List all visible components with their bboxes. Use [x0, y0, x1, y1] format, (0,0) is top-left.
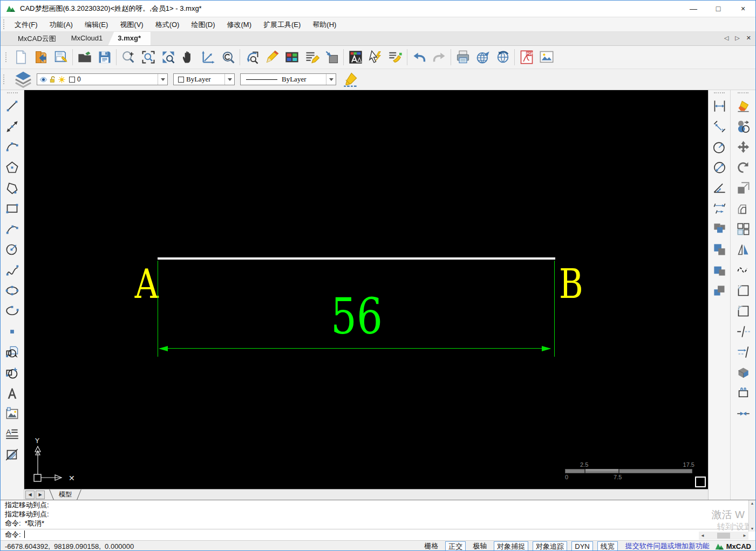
print-icon[interactable]: [453, 47, 473, 67]
menu-item[interactable]: 格式(O): [149, 18, 186, 31]
pan-icon[interactable]: [178, 47, 198, 67]
layer-box-icon[interactable]: [322, 47, 342, 67]
zoom-scale-icon[interactable]: [198, 47, 218, 67]
layer-dropdown-arrow-icon[interactable]: [158, 74, 167, 85]
draw-ellipse-arc-icon[interactable]: [2, 301, 23, 321]
pencil-edit-icon[interactable]: [262, 47, 282, 67]
draw-ellipse-icon[interactable]: [2, 280, 23, 301]
spline-edit-icon[interactable]: [733, 260, 753, 280]
eye-icon[interactable]: [39, 76, 47, 84]
model-next-icon[interactable]: ▶: [36, 491, 45, 499]
close-button[interactable]: ×: [731, 1, 755, 17]
zoom-window-icon[interactable]: [138, 47, 158, 67]
color-combobox[interactable]: ByLayer: [173, 73, 235, 85]
draw-rectangle-icon[interactable]: [2, 198, 23, 219]
menu-item[interactable]: 帮助(H): [307, 18, 342, 31]
draw-circle-icon[interactable]: [2, 239, 23, 260]
scale-icon[interactable]: [733, 178, 753, 198]
document-tab[interactable]: MxCAD云图: [8, 32, 66, 45]
status-toggle-DYN[interactable]: DYN: [571, 541, 592, 551]
pencil-lineweight-icon[interactable]: [343, 72, 358, 87]
draw-polyline-icon[interactable]: [2, 178, 23, 198]
draw-text-icon[interactable]: [2, 383, 23, 403]
text-style-icon[interactable]: [345, 47, 365, 67]
status-toggle-正交[interactable]: 正交: [445, 541, 466, 551]
dim-aligned-icon[interactable]: [709, 116, 730, 137]
trim-icon[interactable]: [733, 342, 753, 362]
mirror-icon[interactable]: [733, 239, 753, 260]
status-toggle-极轴[interactable]: 极轴: [470, 541, 489, 551]
save-as-icon[interactable]: [94, 47, 114, 67]
menu-item[interactable]: 视图(V): [114, 18, 149, 31]
save-icon[interactable]: [51, 47, 71, 67]
join-icon[interactable]: [733, 403, 753, 424]
draw-spline-icon[interactable]: [2, 260, 23, 280]
break-icon[interactable]: [733, 321, 753, 342]
color-palette-icon[interactable]: [282, 47, 302, 67]
dim-diameter-icon[interactable]: [709, 157, 730, 178]
zoom-center-icon[interactable]: [218, 47, 238, 67]
point-label-a[interactable]: A: [135, 264, 159, 304]
dim-linear-icon[interactable]: [709, 96, 730, 116]
draw-mtext-icon[interactable]: A: [2, 424, 23, 444]
open-drawing-icon[interactable]: [31, 47, 51, 67]
dimension-value-text[interactable]: 56: [308, 292, 405, 342]
sun-icon[interactable]: [58, 76, 66, 84]
command-horizontal-scrollbar[interactable]: ◄►: [699, 532, 748, 540]
tab-model[interactable]: 模型: [50, 489, 80, 500]
tab-close-icon[interactable]: ✕: [746, 35, 751, 42]
minimize-button[interactable]: —: [681, 1, 706, 17]
redo-icon[interactable]: [429, 47, 449, 67]
attach-image-icon[interactable]: [2, 403, 23, 424]
dim-radius-icon[interactable]: [709, 137, 730, 157]
menu-item[interactable]: 文件(F): [9, 18, 44, 31]
menu-item[interactable]: 功能(A): [44, 18, 79, 31]
command-vertical-scrollbar[interactable]: ▲▼: [748, 500, 755, 532]
dimension-extension-line-right[interactable]: [554, 261, 555, 357]
dimension-line[interactable]: [160, 348, 550, 349]
zoom-dynamic-icon[interactable]: [118, 47, 138, 67]
stretch-icon[interactable]: [733, 383, 753, 403]
maximize-button[interactable]: □: [706, 1, 731, 17]
document-tab[interactable]: MxCloud1: [62, 32, 113, 45]
copy-icon[interactable]: [733, 116, 753, 137]
pdf-export-icon[interactable]: PDF: [516, 47, 536, 67]
tab-scroll-right-icon[interactable]: ▷: [735, 35, 739, 42]
drawing-canvas[interactable]: A B 56 Y ✕: [24, 90, 708, 489]
offset-icon[interactable]: [733, 198, 753, 219]
create-block-icon[interactable]: [2, 362, 23, 383]
explode-icon[interactable]: [733, 362, 753, 383]
linetype-combobox[interactable]: ByLayer: [240, 73, 336, 85]
document-tab[interactable]: 3.mxg*: [108, 32, 151, 45]
draw-polygon-icon[interactable]: [2, 157, 23, 178]
menu-item[interactable]: 绘图(D): [185, 18, 221, 31]
text-edit-icon[interactable]: [302, 47, 322, 67]
match-properties-icon[interactable]: [385, 47, 405, 67]
draw-arc3p-icon[interactable]: [2, 219, 23, 239]
rotate-icon[interactable]: [733, 157, 753, 178]
status-toggle-对象捕捉[interactable]: 对象捕捉: [494, 541, 528, 551]
draw-xline-icon[interactable]: [2, 116, 23, 137]
web-publish-icon[interactable]: [473, 47, 493, 67]
zoom-extents-icon[interactable]: [158, 47, 178, 67]
draworder-back-icon[interactable]: [709, 239, 730, 260]
status-toggle-栅格[interactable]: 栅格: [421, 541, 441, 551]
layer-combobox[interactable]: 0: [37, 73, 168, 85]
feedback-link[interactable]: 提交软件问题或增加新功能: [625, 541, 710, 551]
draworder-below-icon[interactable]: [709, 280, 730, 301]
array-icon[interactable]: [733, 219, 753, 239]
menu-item[interactable]: 修改(M): [221, 18, 257, 31]
draw-line-icon[interactable]: [2, 96, 23, 116]
draw-point-icon[interactable]: [2, 321, 23, 342]
dim-angular-icon[interactable]: [709, 178, 730, 198]
command-window[interactable]: 指定移动到点:指定移动到点:命令: *取消* 命令: 激活 W 转到“设置 ▲▼…: [1, 500, 755, 540]
unlock-icon[interactable]: [49, 76, 57, 84]
draw-hatch-icon[interactable]: [2, 444, 23, 465]
select-lightning-icon[interactable]: [365, 47, 385, 67]
command-prompt-line[interactable]: 命令:: [1, 529, 755, 540]
draw-arc-icon[interactable]: [2, 137, 23, 157]
tab-scroll-left-icon[interactable]: ◁: [724, 35, 728, 42]
insert-block-icon[interactable]: [2, 342, 23, 362]
dim-baseline-icon[interactable]: [709, 198, 730, 219]
menu-item[interactable]: 编辑(E): [79, 18, 114, 31]
